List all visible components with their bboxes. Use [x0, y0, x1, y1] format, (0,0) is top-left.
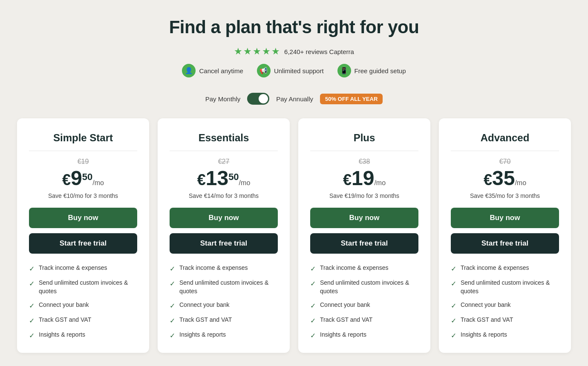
original-price-advanced: €70 [451, 158, 559, 166]
price-period-1: /mo [92, 179, 104, 187]
check-icon: ✓ [29, 331, 35, 340]
plan-name-simple-start: Simple Start [29, 132, 137, 144]
plan-advanced: Advanced €70 € 35 /mo Save €35/mo for 3 … [439, 118, 571, 353]
plan-simple-start: Simple Start €19 € 9 50 /mo Save €10/mo … [17, 118, 149, 353]
list-item: ✓Track income & expenses [170, 264, 278, 274]
check-icon: ✓ [170, 264, 175, 274]
features-list-simple-start: ✓Track income & expenses ✓Send unlimited… [29, 264, 137, 341]
list-item: ✓Track GST and VAT [451, 316, 559, 326]
price-currency-1: € [62, 171, 71, 189]
buy-button-simple-start[interactable]: Buy now [29, 208, 137, 228]
list-item: ✓Insights & reports [310, 331, 418, 340]
price-period-4: /mo [515, 179, 526, 187]
reviews-row: ★ ★ ★ ★ ★ 6,240+ reviews Capterra [9, 46, 579, 57]
check-icon: ✓ [29, 316, 35, 326]
annually-label: Pay Annually [276, 95, 313, 103]
list-item: ✓Connect your bank [170, 301, 278, 311]
billing-toggle-row: Pay Monthly Pay Annually 50% OFF ALL YEA… [9, 93, 579, 105]
list-item: ✓Connect your bank [451, 301, 559, 311]
price-decimal-2: 50 [228, 172, 239, 183]
check-icon: ✓ [451, 316, 456, 326]
price-currency-4: € [484, 171, 492, 189]
star-rating: ★ ★ ★ ★ ★ [234, 46, 280, 57]
cancel-icon: 👤 [182, 64, 196, 77]
feature-support-label: Unlimited support [274, 67, 324, 74]
list-item: ✓Insights & reports [451, 331, 559, 340]
price-period-2: /mo [239, 179, 251, 187]
plans-container: Simple Start €19 € 9 50 /mo Save €10/mo … [13, 118, 575, 353]
feature-setup: 📱 Free guided setup [337, 64, 406, 77]
check-icon: ✓ [29, 264, 35, 274]
original-price-simple-start: €19 [29, 158, 137, 166]
plan-divider-3 [310, 151, 418, 151]
trial-button-essentials[interactable]: Start free trial [170, 233, 278, 254]
plan-plus: Plus €38 € 19 /mo Save €19/mo for 3 mont… [298, 118, 430, 353]
current-price-advanced: € 35 /mo [451, 168, 559, 189]
buy-button-essentials[interactable]: Buy now [170, 208, 278, 228]
check-icon: ✓ [451, 331, 456, 340]
trial-button-plus[interactable]: Start free trial [310, 233, 418, 254]
star-half: ★ [271, 46, 280, 57]
list-item: ✓Track income & expenses [29, 264, 137, 274]
features-list-plus: ✓Track income & expenses ✓Send unlimited… [310, 264, 418, 341]
original-price-plus: €38 [310, 158, 418, 166]
check-icon: ✓ [310, 301, 316, 311]
price-whole-3: 19 [352, 168, 374, 189]
plan-divider-1 [29, 151, 137, 151]
save-text-essentials: Save €14/mo for 3 months [170, 192, 278, 199]
star-3: ★ [253, 46, 261, 57]
price-whole-2: 13 [206, 168, 228, 189]
feature-setup-label: Free guided setup [355, 67, 406, 74]
plan-name-advanced: Advanced [451, 132, 559, 144]
list-item: ✓Insights & reports [29, 331, 137, 340]
plan-essentials: Essentials €27 € 13 50 /mo Save €14/mo f… [158, 118, 290, 353]
check-icon: ✓ [170, 331, 175, 340]
setup-icon: 📱 [337, 64, 351, 77]
check-icon: ✓ [451, 301, 456, 311]
plan-name-essentials: Essentials [170, 132, 278, 144]
plan-divider-2 [170, 151, 278, 151]
buy-button-advanced[interactable]: Buy now [451, 208, 559, 228]
current-price-plus: € 19 /mo [310, 168, 418, 189]
check-icon: ✓ [170, 279, 175, 289]
buy-button-plus[interactable]: Buy now [310, 208, 418, 228]
list-item: ✓Track GST and VAT [310, 316, 418, 326]
page-title: Find a plan that's right for you [9, 17, 579, 37]
list-item: ✓Track income & expenses [310, 264, 418, 274]
feature-cancel: 👤 Cancel anytime [182, 64, 243, 77]
check-icon: ✓ [451, 264, 456, 274]
features-row: 👤 Cancel anytime 📢 Unlimited support 📱 F… [9, 64, 579, 77]
list-item: ✓Send unlimited custom invoices & quotes [310, 279, 418, 295]
save-text-advanced: Save €35/mo for 3 months [451, 192, 559, 199]
check-icon: ✓ [29, 279, 35, 289]
features-list-essentials: ✓Track income & expenses ✓Send unlimited… [170, 264, 278, 341]
price-currency-2: € [197, 171, 206, 189]
list-item: ✓Send unlimited custom invoices & quotes [451, 279, 559, 295]
support-icon: 📢 [257, 64, 271, 77]
discount-badge: 50% OFF ALL YEAR [320, 94, 383, 104]
check-icon: ✓ [170, 301, 175, 311]
list-item: ✓Insights & reports [170, 331, 278, 340]
price-decimal-1: 50 [82, 172, 92, 183]
price-whole-1: 9 [71, 168, 82, 189]
features-list-advanced: ✓Track income & expenses ✓Send unlimited… [451, 264, 559, 341]
current-price-essentials: € 13 50 /mo [170, 168, 278, 189]
list-item: ✓Send unlimited custom invoices & quotes [29, 279, 137, 295]
price-whole-4: 35 [492, 168, 515, 189]
list-item: ✓Connect your bank [29, 301, 137, 311]
trial-button-simple-start[interactable]: Start free trial [29, 233, 137, 254]
monthly-label: Pay Monthly [205, 95, 241, 103]
check-icon: ✓ [170, 316, 175, 326]
save-text-plus: Save €19/mo for 3 months [310, 192, 418, 199]
list-item: ✓Track income & expenses [451, 264, 559, 274]
list-item: ✓Send unlimited custom invoices & quotes [170, 279, 278, 295]
feature-support: 📢 Unlimited support [257, 64, 324, 77]
check-icon: ✓ [310, 264, 316, 274]
trial-button-advanced[interactable]: Start free trial [451, 233, 559, 254]
check-icon: ✓ [310, 316, 316, 326]
check-icon: ✓ [451, 279, 456, 289]
check-icon: ✓ [29, 301, 35, 311]
current-price-simple-start: € 9 50 /mo [29, 168, 137, 189]
billing-toggle[interactable] [247, 93, 269, 105]
check-icon: ✓ [310, 331, 316, 340]
